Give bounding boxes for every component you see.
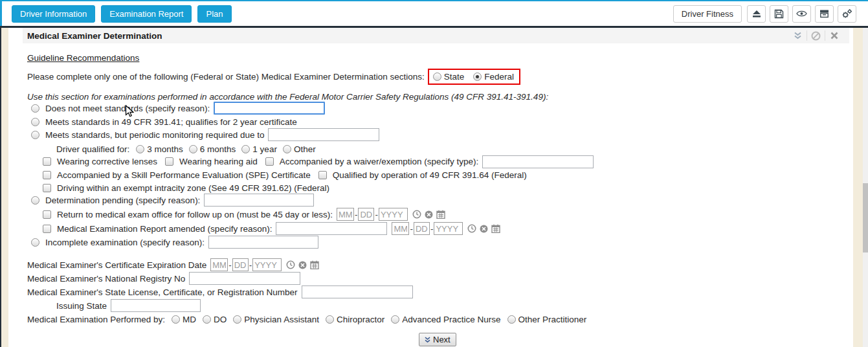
- scrollbar-thumb[interactable]: [863, 183, 868, 252]
- clock-icon[interactable]: [412, 210, 421, 219]
- amended-reason-input[interactable]: [276, 222, 387, 235]
- vertical-scrollbar[interactable]: [863, 28, 868, 347]
- does-not-meet-reason-input[interactable]: [214, 102, 325, 115]
- report-amended-label: Medical Examination Report amended (spec…: [57, 224, 272, 234]
- guideline-recommendations-link[interactable]: Guideline Recommendations: [27, 53, 139, 63]
- save-button[interactable]: [770, 5, 788, 23]
- performed-by-md-radio[interactable]: [172, 315, 180, 324]
- performed-by-pa-label: Physician Assistant: [244, 315, 319, 324]
- spe-certificate-checkbox[interactable]: [43, 171, 51, 179]
- performed-by-apn-radio[interactable]: [391, 315, 399, 324]
- clock-icon[interactable]: [286, 260, 295, 269]
- performed-by-apn-option[interactable]: Advanced Practice Nurse: [391, 315, 500, 324]
- followup-day-input[interactable]: [358, 208, 374, 221]
- right-margin-strip: [853, 28, 863, 347]
- chevron-double-down-icon: [794, 32, 802, 39]
- qualified-1-year-option[interactable]: 1 year: [241, 144, 277, 154]
- followup-year-input[interactable]: [379, 208, 408, 221]
- cert-exp-day-input[interactable]: [232, 258, 249, 271]
- pending-reason-input[interactable]: [204, 194, 314, 207]
- state-license-input[interactable]: [302, 285, 413, 298]
- performed-by-do-option[interactable]: DO: [203, 315, 227, 324]
- periodic-monitoring-label: Meets standards, but periodic monitoring…: [45, 130, 264, 140]
- spe-certificate-label: Accompanied by a Skill Performance Evalu…: [57, 170, 311, 180]
- state-radio-label: State: [444, 72, 465, 82]
- clear-date-icon[interactable]: [298, 261, 307, 269]
- performed-by-other-radio[interactable]: [507, 315, 516, 324]
- settings-button[interactable]: [838, 5, 856, 23]
- performed-by-md-label: MD: [183, 315, 196, 324]
- tab-plan[interactable]: Plan: [197, 5, 231, 23]
- qualified-other-option[interactable]: Other: [283, 144, 316, 154]
- performed-by-chiropractor-option[interactable]: Chiropractor: [326, 315, 384, 324]
- top-toolbar: Driver Information Examination Report Pl…: [0, 0, 868, 26]
- state-radio[interactable]: [433, 73, 441, 81]
- gears-icon: [841, 8, 852, 19]
- date-dash: -: [228, 260, 232, 270]
- performed-by-chiropractor-label: Chiropractor: [337, 315, 384, 324]
- section-header-actions: [789, 30, 843, 41]
- qualified-6-months-option[interactable]: 6 months: [189, 144, 236, 154]
- clear-date-icon[interactable]: [425, 210, 433, 219]
- performed-by-pa-radio[interactable]: [233, 315, 241, 324]
- federal-radio-option[interactable]: Federal: [473, 72, 514, 82]
- qualified-3-months-radio[interactable]: [136, 145, 144, 153]
- does-not-meet-standards-radio[interactable]: [31, 104, 39, 113]
- qualified-other-radio[interactable]: [283, 145, 291, 153]
- incomplete-reason-input[interactable]: [208, 236, 318, 249]
- performed-by-pa-option[interactable]: Physician Assistant: [233, 315, 319, 324]
- return-followup-checkbox[interactable]: [43, 210, 51, 219]
- performed-by-chiropractor-radio[interactable]: [326, 315, 334, 324]
- clear-date-icon[interactable]: [480, 225, 488, 233]
- followup-month-input[interactable]: [337, 208, 354, 221]
- hearing-aid-checkbox[interactable]: [165, 157, 173, 166]
- determination-pending-radio[interactable]: [31, 196, 39, 205]
- eject-button[interactable]: [747, 5, 766, 23]
- collapse-section-button[interactable]: [789, 32, 807, 39]
- archive-button[interactable]: [815, 5, 834, 23]
- qualified-1-year-radio[interactable]: [241, 145, 250, 153]
- periodic-monitoring-reason-input[interactable]: [268, 128, 379, 141]
- incomplete-examination-radio[interactable]: [31, 238, 39, 247]
- qualified-391-64-checkbox[interactable]: [318, 171, 327, 179]
- calendar-icon[interactable]: [310, 260, 319, 269]
- calendar-icon[interactable]: [436, 210, 445, 219]
- close-section-button[interactable]: [825, 32, 843, 39]
- performed-by-other-option[interactable]: Other Practitioner: [507, 315, 587, 324]
- federal-radio[interactable]: [473, 73, 482, 81]
- meets-standards-radio[interactable]: [31, 118, 39, 126]
- intracity-zone-checkbox[interactable]: [43, 184, 51, 192]
- cert-exp-month-input[interactable]: [210, 258, 228, 271]
- toolbar-actions: Driver Fitness: [673, 5, 856, 23]
- date-dash: -: [355, 210, 358, 219]
- disable-section-button[interactable]: [807, 31, 825, 41]
- state-radio-option[interactable]: State: [433, 72, 465, 82]
- driver-qualified-for-label: Driver qualified for:: [56, 144, 129, 154]
- federal-section-note: Use this section for examinations perfor…: [27, 92, 548, 102]
- tab-examination-report[interactable]: Examination Report: [101, 5, 192, 23]
- amended-month-input[interactable]: [392, 222, 409, 235]
- driver-fitness-button[interactable]: Driver Fitness: [673, 5, 742, 23]
- cert-expiration-label: Medical Examiner's Certificate Expiratio…: [27, 260, 206, 270]
- corrective-lenses-checkbox[interactable]: [43, 157, 51, 166]
- next-button[interactable]: Next: [419, 333, 456, 346]
- cert-exp-year-input[interactable]: [252, 258, 282, 271]
- periodic-monitoring-radio[interactable]: [31, 131, 39, 139]
- registry-no-input[interactable]: [189, 272, 300, 285]
- amended-year-input[interactable]: [434, 222, 463, 235]
- incomplete-examination-label: Incomplete examination (specify reason):: [45, 238, 205, 247]
- waiver-exemption-checkbox[interactable]: [265, 157, 274, 166]
- report-amended-checkbox[interactable]: [43, 225, 51, 233]
- performed-by-md-option[interactable]: MD: [172, 315, 196, 324]
- amended-day-input[interactable]: [414, 222, 430, 235]
- qualified-3-months-option[interactable]: 3 months: [136, 144, 183, 154]
- tab-driver-information[interactable]: Driver Information: [12, 5, 95, 23]
- performed-by-do-radio[interactable]: [203, 315, 211, 324]
- qualified-6-months-radio[interactable]: [189, 145, 197, 153]
- close-icon: [830, 32, 838, 39]
- calendar-icon[interactable]: [491, 224, 500, 233]
- clock-icon[interactable]: [467, 224, 476, 233]
- issuing-state-input[interactable]: [111, 299, 201, 312]
- waiver-type-input[interactable]: [482, 155, 594, 168]
- preview-button[interactable]: [792, 5, 811, 23]
